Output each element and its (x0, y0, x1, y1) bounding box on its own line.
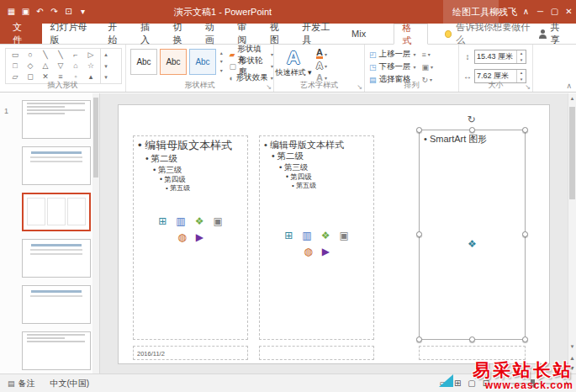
redo-icon[interactable]: ↷ (47, 0, 61, 24)
language-indicator[interactable]: 中文(中国) (43, 374, 98, 392)
shape-height-field[interactable]: 15.43 厘米 ▴ ▾ (474, 50, 526, 64)
insert-smartart-icon[interactable]: ❖ (468, 238, 477, 250)
zoom-slider-thumb[interactable] (531, 379, 535, 388)
insert-chart-icon[interactable]: ▥ (302, 230, 311, 241)
text-fill-button[interactable]: A ▾ (316, 48, 327, 60)
smartart-placeholder-selected[interactable]: • SmartArt 图形 ❖ ↻ (419, 130, 526, 340)
selection-handle[interactable] (522, 231, 528, 237)
gallery-up-icon[interactable]: ▴ (101, 49, 111, 61)
previous-slide-icon[interactable]: ▲ (568, 355, 576, 361)
date-placeholder[interactable]: 2016/11/2 (133, 346, 248, 360)
shape-icon[interactable]: ╲ (53, 50, 68, 61)
collapse-ribbon-icon[interactable]: ∧ (566, 82, 572, 90)
shape-icon[interactable]: ⌐ (68, 50, 83, 61)
next-slide-icon[interactable]: ▼ (568, 365, 576, 371)
reading-view-icon[interactable]: ▢ (468, 379, 475, 388)
shape-height-value[interactable]: 15.43 厘米 (475, 50, 516, 63)
tab-developer[interactable]: 开发工具 (294, 24, 344, 44)
slide-thumbnail-2[interactable] (22, 146, 91, 185)
align-button[interactable]: ≡ ▾ (422, 49, 434, 60)
shape-icon[interactable]: ⌂ (68, 61, 83, 72)
dialog-launcher-icon[interactable]: ↘ (525, 83, 531, 91)
bring-forward-button[interactable]: ◰ 上移一层 ▾ (369, 49, 416, 60)
styles-up-icon[interactable]: ▴ (217, 49, 225, 57)
content-placeholder-2[interactable]: • 编辑母版文本样式 • 第二级 • 第三级 • 第四级 • 第五级 ⊞ ▥ ❖… (259, 135, 374, 340)
selection-handle[interactable] (469, 336, 475, 342)
insert-clipart-icon[interactable]: ◍ (304, 246, 312, 257)
thumbnail-scrollbar[interactable] (92, 93, 99, 373)
zoom-in-icon[interactable]: + (564, 379, 569, 389)
tell-me-box[interactable]: 告诉我你想要做什么 (440, 24, 538, 44)
thumbnail-scrollbar-thumb[interactable] (93, 98, 98, 177)
tab-insert[interactable]: 插入 (133, 24, 165, 44)
shape-icon[interactable]: □ (8, 61, 23, 72)
tab-review[interactable]: 审阅 (230, 24, 262, 44)
tab-mix[interactable]: Mix (344, 24, 373, 44)
shape-style-preset-1[interactable]: Abc (130, 49, 157, 75)
zoom-slider[interactable] (509, 383, 558, 384)
selection-handle[interactable] (469, 127, 475, 133)
shape-outline-button[interactable]: ▢ 形状轮廓 ▾ (229, 61, 273, 72)
scrollbar-thumb[interactable] (569, 107, 575, 199)
insert-clipart-icon[interactable]: ◍ (177, 232, 186, 242)
scroll-down-icon[interactable]: ▾ (568, 343, 576, 350)
insert-media-icon[interactable]: ▶ (196, 232, 203, 242)
tab-animations[interactable]: 动画 (198, 24, 230, 44)
shape-style-preset-2[interactable]: Abc (160, 49, 187, 75)
gallery-down-icon[interactable]: ▾ (101, 61, 111, 72)
selection-handle[interactable] (522, 127, 528, 133)
shape-icon[interactable]: ☆ (83, 61, 98, 72)
tab-format[interactable]: 格式 (394, 24, 427, 45)
slideshow-view-icon[interactable]: ⊡ (483, 379, 489, 388)
group-objects-button[interactable]: ▣ ▾ (422, 61, 434, 72)
slide-thumbnail-5[interactable] (22, 285, 91, 324)
slide-sorter-view-icon[interactable]: ⊞ (454, 379, 461, 388)
close-icon[interactable]: ✕ (562, 0, 576, 24)
slide-thumbnail-4[interactable] (22, 239, 91, 278)
selection-handle[interactable] (416, 231, 422, 237)
spin-down-icon[interactable]: ▾ (517, 57, 526, 64)
shape-icon[interactable]: ▭ (8, 50, 23, 61)
shape-icon[interactable]: ◇ (23, 61, 38, 72)
send-backward-button[interactable]: ◳ 下移一层 ▾ (369, 61, 416, 72)
styles-more-icon[interactable]: ▾ (217, 66, 225, 75)
share-button[interactable]: 共享 (538, 24, 576, 44)
signed-in-user[interactable]: 柳残飞 (489, 0, 517, 24)
content-placeholder-1[interactable]: • 编辑母版文本样式 • 第二级 • 第三级 • 第四级 • 第五级 ⊞ ▥ ❖… (133, 135, 248, 340)
spin-up-icon[interactable]: ▴ (517, 50, 526, 57)
insert-chart-icon[interactable]: ▥ (176, 216, 185, 226)
dialog-launcher-icon[interactable]: ↘ (266, 83, 272, 91)
text-outline-button[interactable]: A ▾ (316, 60, 327, 72)
slide-number-placeholder[interactable] (419, 346, 526, 360)
insert-picture-icon[interactable]: ▣ (339, 230, 348, 241)
dialog-launcher-icon[interactable]: ↘ (357, 83, 362, 91)
insert-picture-icon[interactable]: ▣ (213, 216, 222, 226)
selection-handle[interactable] (522, 336, 528, 342)
shape-icon[interactable]: ▽ (53, 61, 68, 72)
touch-mode-icon[interactable]: ▦ (4, 0, 18, 24)
spin-up-icon[interactable]: ▴ (517, 70, 526, 77)
insert-table-icon[interactable]: ⊞ (284, 230, 293, 241)
rotate-handle-icon[interactable]: ↻ (468, 114, 476, 125)
vertical-scrollbar[interactable]: ▴ ▾ ▲ ▼ (568, 93, 576, 373)
tab-view[interactable]: 视图 (262, 24, 294, 44)
shape-icon[interactable]: ▷ (83, 50, 98, 61)
tab-home[interactable]: 开始 (101, 24, 133, 44)
shape-style-preset-3[interactable]: Abc (189, 49, 216, 75)
styles-down-icon[interactable]: ▾ (217, 57, 225, 66)
shape-icon[interactable]: △ (38, 61, 53, 72)
save-icon[interactable]: ▣ (18, 0, 33, 24)
slide-thumbnail-6[interactable] (22, 331, 91, 370)
tab-transitions[interactable]: 切换 (165, 24, 197, 44)
slide-editing-surface[interactable]: • 编辑母版文本样式 • 第二级 • 第三级 • 第四级 • 第五级 ⊞ ▥ ❖… (118, 104, 550, 364)
insert-media-icon[interactable]: ▶ (322, 246, 330, 257)
minimize-icon[interactable]: ─ (533, 0, 547, 24)
shape-icon[interactable]: ○ (23, 50, 38, 61)
insert-smartart-icon[interactable]: ❖ (195, 216, 204, 226)
scroll-up-icon[interactable]: ▴ (568, 95, 576, 102)
notes-button[interactable]: ▤ 备注 (0, 374, 43, 392)
footer-placeholder[interactable] (259, 346, 374, 360)
tab-slide-master[interactable]: 幻灯片母版 (42, 24, 100, 44)
slide-thumbnail-1[interactable] (22, 100, 91, 139)
quick-styles-button[interactable]: A 快速样式 ▾ (274, 48, 313, 83)
